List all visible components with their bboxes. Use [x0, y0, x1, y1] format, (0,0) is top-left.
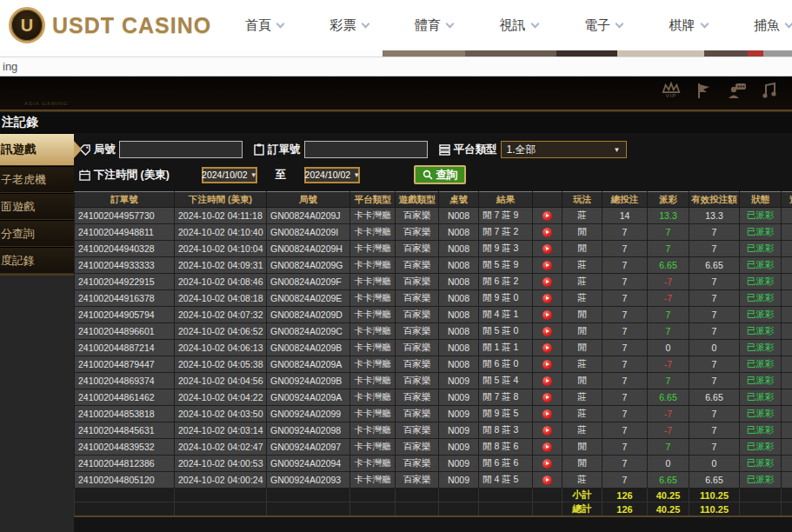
footer-cell: [267, 502, 350, 517]
cell: 13.3: [689, 208, 740, 224]
replay-icon[interactable]: [542, 310, 552, 320]
footer-cell: [782, 489, 792, 502]
cell: 閒 7 莊 2: [479, 224, 533, 241]
platform-select[interactable]: 1.全部▼: [501, 141, 627, 158]
sidebar-item-0[interactable]: 訊遊戲: [0, 133, 74, 166]
cell: N008: [439, 257, 479, 274]
cell: 閒 9 莊 3: [479, 241, 533, 257]
order-input[interactable]: [304, 141, 428, 158]
column-header: 派彩: [648, 192, 689, 208]
cell: 百家樂: [396, 373, 439, 389]
replay-icon[interactable]: [542, 327, 552, 336]
cell: 241002044933333: [75, 257, 175, 274]
replay-icon[interactable]: [542, 277, 552, 287]
menu-item-label: 首頁: [245, 17, 271, 34]
replay-icon[interactable]: [542, 459, 552, 469]
music-note-icon[interactable]: [762, 82, 777, 99]
cell: [782, 406, 792, 422]
menu-item-0[interactable]: 首頁: [245, 17, 283, 34]
menu-item-1[interactable]: 彩票: [330, 17, 369, 34]
footer-cell: [75, 489, 175, 502]
cell: N009: [439, 373, 479, 389]
dropdown-arrow-icon: ▼: [250, 171, 257, 179]
cell: 已派彩: [740, 224, 782, 241]
logo[interactable]: U USDT CASINO: [0, 7, 219, 43]
cell: 莊: [562, 274, 602, 290]
cell: 7: [648, 307, 689, 323]
cell: 卡卡灣廳: [350, 340, 396, 356]
cell: 7: [602, 356, 648, 373]
date-from-picker[interactable]: 2024/10/02▼: [202, 167, 257, 183]
replay-icon[interactable]: [542, 475, 552, 485]
cell: 閒 7 莊 8: [479, 389, 533, 406]
top-nav: U USDT CASINO 首頁彩票體育視訊電子棋牌捕魚: [0, 0, 792, 50]
cell: 7: [689, 323, 740, 340]
subtotal-row: 小計12640.25110.25: [75, 489, 792, 502]
sidebar-item-4[interactable]: 度記錄: [0, 247, 74, 274]
cell: 百家樂: [396, 307, 439, 323]
dark-toolbar: ASIA GAMING VIP: [0, 76, 792, 110]
cell: [782, 389, 792, 406]
cell: [782, 422, 792, 439]
dropdown-arrow-icon: ▼: [353, 171, 360, 179]
replay-icon[interactable]: [542, 244, 552, 254]
column-header: 下注時間 (美東): [175, 192, 267, 208]
replay-icon[interactable]: [542, 261, 552, 270]
cell: 閒 8 莊 6: [479, 439, 533, 456]
cell: 241002044887214: [75, 340, 175, 356]
menu-item-6[interactable]: 捕魚: [754, 17, 792, 34]
table-row: 2410020448966012024-10-02 04:06:52GN0082…: [75, 323, 792, 340]
cell: [782, 373, 792, 389]
replay-icon[interactable]: [542, 360, 552, 369]
cell: N009: [439, 422, 479, 439]
replay-cell: [533, 340, 562, 356]
flag-icon[interactable]: [695, 82, 713, 99]
sidebar-item-3[interactable]: 分查詢: [0, 220, 74, 247]
cell: 241002044940328: [75, 241, 175, 257]
column-header: 結果: [479, 192, 533, 208]
replay-icon[interactable]: [542, 343, 552, 353]
menu-item-5[interactable]: 棋牌: [669, 17, 708, 34]
cell: [782, 439, 792, 456]
vip-crown-icon[interactable]: VIP: [662, 82, 681, 98]
order-label: 訂單號: [254, 143, 301, 157]
menu-item-3[interactable]: 視訊: [500, 17, 538, 34]
chat-person-icon[interactable]: [728, 82, 747, 99]
sidebar-filler: [0, 274, 74, 532]
cell: 6.65: [689, 257, 740, 274]
cell: [782, 257, 792, 274]
replay-icon[interactable]: [542, 409, 552, 419]
sidebar-item-1[interactable]: 子老虎機: [0, 166, 74, 193]
replay-icon[interactable]: [542, 211, 552, 221]
cell: -7: [648, 422, 689, 439]
round-input[interactable]: [119, 141, 243, 158]
column-header: 有效投注額: [689, 192, 740, 208]
search-button[interactable]: 查詢: [414, 165, 466, 184]
menu-item-4[interactable]: 電子: [584, 17, 622, 34]
menu-item-2[interactable]: 體育: [415, 17, 453, 34]
replay-icon[interactable]: [542, 376, 552, 386]
cell: 百家樂: [396, 406, 439, 422]
replay-icon[interactable]: [542, 294, 552, 303]
cell: GN00824A0209D: [267, 307, 350, 323]
footer-cell: [533, 489, 562, 502]
cell: 卡卡灣廳: [350, 439, 396, 456]
cell: GN00824A0209G: [267, 257, 350, 274]
cell: GN00924A02099: [267, 406, 350, 422]
footer-cell: [479, 502, 533, 517]
cell: N008: [439, 323, 479, 340]
cell: 已派彩: [740, 406, 782, 422]
chevron-down-icon: [361, 19, 369, 28]
replay-icon[interactable]: [542, 393, 552, 402]
replay-icon[interactable]: [542, 228, 552, 237]
cell: 卡卡灣廳: [350, 406, 396, 422]
column-header: 總投注: [602, 192, 648, 208]
cell: 卡卡灣廳: [350, 373, 396, 389]
cell: GN00924A0209B: [267, 373, 350, 389]
replay-icon[interactable]: [542, 426, 552, 436]
replay-cell: [533, 323, 562, 340]
date-to-picker[interactable]: 2024/10/02▼: [304, 167, 360, 183]
sidebar-item-2[interactable]: 面遊戲: [0, 193, 74, 220]
replay-icon[interactable]: [542, 442, 552, 452]
cell: 閒: [562, 340, 602, 356]
